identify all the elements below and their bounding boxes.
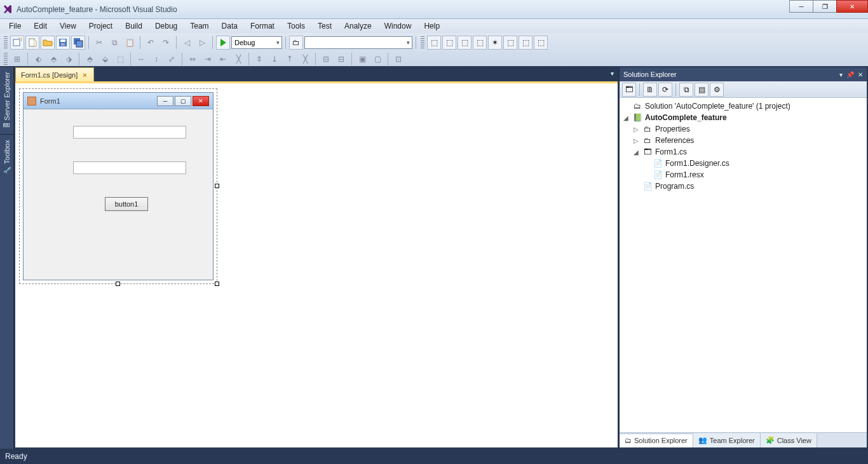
nav-back-button[interactable]: ◁ [180,36,194,50]
start-debug-button[interactable] [216,36,230,50]
tab-solution-explorer[interactable]: 🗂 Solution Explorer [620,433,693,447]
menu-team[interactable]: Team [184,20,215,32]
form-client-area[interactable]: button1 [24,109,213,280]
menu-view[interactable]: View [53,20,83,32]
save-all-button[interactable] [71,36,85,50]
new-project-button[interactable] [10,36,24,50]
window-close-button[interactable]: ✕ [836,0,868,13]
align-middle-button[interactable]: ⬙ [98,52,112,66]
window-maximize-button[interactable]: ❐ [813,0,837,13]
window-minimize-button[interactable]: ─ [789,0,813,13]
same-width-button[interactable]: ↔ [134,52,148,66]
ext-btn-6[interactable]: ⬚ [503,36,517,50]
toolbox-tab[interactable]: 🔧 Toolbox [0,134,13,179]
expand-icon[interactable]: ▷ [632,137,640,144]
align-bottom-button[interactable]: ⬚ [113,52,127,66]
toolbar-grip-icon[interactable] [421,36,424,49]
align-center-button[interactable]: ⬘ [46,52,60,66]
paste-button[interactable]: 📋 [123,36,137,50]
tree-program-node[interactable]: 📄 Program.cs [621,181,865,192]
solution-tree[interactable]: 🗂 Solution 'AutoComplete_feature' (1 pro… [620,98,867,432]
view-class-diagram-button[interactable]: ⚙ [710,83,724,97]
menu-edit[interactable]: Edit [27,20,53,32]
tab-team-explorer[interactable]: 👥 Team Explorer [693,433,761,447]
collapse-icon[interactable]: ◢ [622,114,630,121]
document-tab-close-icon[interactable]: × [81,71,88,79]
ext-btn-1[interactable]: ⬚ [427,36,441,50]
v-space-equal-button[interactable]: ⇕ [252,52,266,66]
align-top-button[interactable]: ⬘ [83,52,97,66]
toolbar-grip-icon[interactable] [4,36,8,49]
menu-build[interactable]: Build [119,20,149,32]
menu-tools[interactable]: Tools [281,20,311,32]
cut-button[interactable]: ✂ [92,36,106,50]
textbox-1[interactable] [73,126,186,139]
tree-properties-node[interactable]: ▷ 🗀 Properties [621,123,865,135]
tree-references-node[interactable]: ▷ 🗀 References [621,135,865,146]
menu-window[interactable]: Window [378,20,418,32]
align-grid-button[interactable]: ⊞ [10,52,24,66]
nav-fwd-button[interactable]: ▷ [195,36,209,50]
tree-form1-resx-node[interactable]: 📄 Form1.resx [621,169,865,181]
tree-form1-node[interactable]: ◢ 🗔 Form1.cs [621,146,865,158]
toolbar-grip-icon[interactable] [4,53,8,65]
tab-list-dropdown-icon[interactable]: ▾ [611,70,614,77]
selection-handle-s[interactable] [116,282,120,286]
tab-class-view[interactable]: 🧩 Class View [761,433,817,447]
copy-button[interactable]: ⧉ [107,36,121,50]
form-minimize-button[interactable]: ─ [157,96,173,106]
view-code-button[interactable]: ⧉ [679,83,693,97]
menu-data[interactable]: Data [215,20,244,32]
find-combo[interactable] [304,36,412,49]
menu-format[interactable]: Format [244,20,281,32]
v-space-remove-button[interactable]: ╳ [298,52,312,66]
find-in-files-button[interactable]: 🗀 [289,36,303,50]
server-explorer-tab[interactable]: 🗄 Server Explorer [0,66,13,134]
h-space-equal-button[interactable]: ⇔ [186,52,200,66]
save-button[interactable] [56,36,70,50]
designer-surface[interactable]: Form1 ─ ▢ ✕ button1 [15,81,618,447]
ext-btn-4[interactable]: ⬚ [473,36,487,50]
tree-project-node[interactable]: ◢ 📗 AutoComplete_feature [621,112,865,123]
menu-project[interactable]: Project [83,20,119,32]
h-space-remove-button[interactable]: ╳ [231,52,245,66]
collapse-icon[interactable]: ◢ [632,149,640,156]
designer-form[interactable]: Form1 ─ ▢ ✕ button1 [23,92,214,280]
send-back-button[interactable]: ▢ [370,52,384,66]
textbox-2[interactable] [73,161,186,174]
selection-handle-e[interactable] [215,184,219,188]
show-all-files-button[interactable]: 🗎 [643,83,657,97]
ext-btn-2[interactable]: ⬚ [442,36,456,50]
center-v-button[interactable]: ⊟ [334,52,348,66]
menu-file[interactable]: File [3,20,27,32]
redo-button[interactable]: ↷ [159,36,173,50]
expand-icon[interactable]: ▷ [632,126,640,133]
document-tab-form1-design[interactable]: Form1.cs [Design] × [15,67,94,81]
open-button[interactable] [41,36,55,50]
menu-analyze[interactable]: Analyze [338,20,378,32]
close-panel-icon[interactable]: ✕ [858,71,863,78]
add-item-button[interactable] [25,36,39,50]
properties-button[interactable]: 🗔 [622,83,636,97]
same-size-button[interactable]: ⤢ [165,52,179,66]
ext-btn-8[interactable]: ⬚ [534,36,548,50]
ext-btn-5[interactable]: ✶ [488,36,502,50]
v-space-dec-button[interactable]: ⤒ [283,52,297,66]
tab-order-button[interactable]: ⊡ [391,52,405,66]
menu-help[interactable]: Help [417,20,446,32]
menu-debug[interactable]: Debug [149,20,184,32]
h-space-dec-button[interactable]: ⇤ [216,52,230,66]
button-1[interactable]: button1 [105,197,148,211]
menu-test[interactable]: Test [311,20,338,32]
bring-front-button[interactable]: ▣ [355,52,369,66]
ext-btn-3[interactable]: ⬚ [458,36,471,50]
form-maximize-button[interactable]: ▢ [175,96,191,106]
align-left-button[interactable]: ⬖ [31,52,45,66]
refresh-button[interactable]: ⟳ [658,83,672,97]
form-close-button[interactable]: ✕ [193,96,209,106]
undo-button[interactable]: ↶ [144,36,158,50]
solution-explorer-titlebar[interactable]: Solution Explorer ▾ 📌 ✕ [620,67,867,81]
auto-hide-pin-icon[interactable]: 📌 [846,71,854,78]
h-space-inc-button[interactable]: ⇥ [201,52,215,66]
align-right-button[interactable]: ⬗ [62,52,76,66]
